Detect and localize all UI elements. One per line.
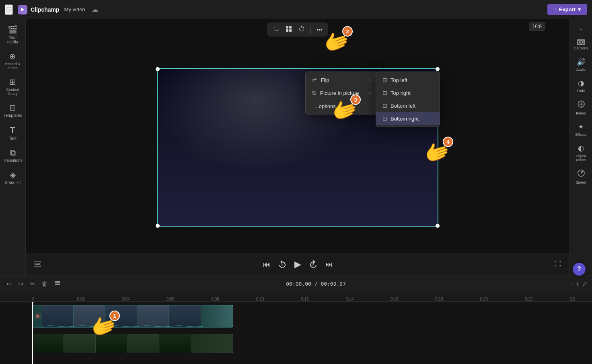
- ruler-mark-1: 0:02: [77, 297, 84, 301]
- playhead[interactable]: [32, 302, 33, 364]
- preview-area: 16:9 •••: [26, 19, 569, 276]
- video-title[interactable]: My video: [64, 6, 85, 12]
- ruler-mark-10: 0:20: [480, 297, 488, 301]
- bottom-left-icon: ⊡: [382, 102, 387, 109]
- right-item-speed[interactable]: Speed: [571, 166, 592, 188]
- player-controls: ⏮ 5 ▶ 5 ⏭: [26, 253, 569, 276]
- zoom-fit-button[interactable]: ⤢: [582, 280, 587, 288]
- sidebar-item-brand-kit[interactable]: ◈ Brand kit: [1, 168, 25, 188]
- submenu-top-right[interactable]: ⊡ Top right: [376, 86, 440, 99]
- cut-button[interactable]: ✂: [28, 278, 37, 289]
- audio-label: Audio: [576, 67, 586, 72]
- adjust-colors-label: Adjustcolors: [576, 154, 586, 162]
- skip-back-button[interactable]: ⏮: [261, 259, 272, 270]
- handle-bottom-right[interactable]: [436, 224, 440, 228]
- editor-area: 16:9 •••: [26, 19, 569, 276]
- context-pip[interactable]: ⧉ Picture in picture ›: [306, 86, 377, 100]
- more-options-button[interactable]: •••: [314, 25, 325, 35]
- transitions-icon: ⧉: [10, 149, 16, 157]
- ruler-mark-8: 0:16: [391, 297, 398, 301]
- forward-button[interactable]: 5: [308, 258, 319, 271]
- help-button[interactable]: ?: [573, 263, 586, 276]
- redo-button[interactable]: ↪: [16, 278, 25, 289]
- right-sidebar-collapse[interactable]: ‹: [580, 22, 582, 35]
- track-1-mute-icon: 🔇: [36, 315, 40, 318]
- layout-button[interactable]: [283, 24, 294, 35]
- fade-icon: ◑: [578, 79, 584, 88]
- cloud-icon: ☁: [92, 6, 98, 13]
- player-right: [553, 258, 563, 271]
- skip-forward-button[interactable]: ⏭: [324, 259, 334, 270]
- context-more-options[interactable]: ...options: [306, 100, 377, 112]
- sidebar-label-record: Record &create: [5, 62, 21, 70]
- fullscreen-button[interactable]: [553, 258, 563, 271]
- rotate-button[interactable]: [296, 24, 307, 35]
- sidebar-item-transitions[interactable]: ⧉ Transitions: [1, 145, 25, 166]
- flip-icon: ⇄: [312, 77, 317, 83]
- logo-icon: [18, 5, 27, 14]
- submenu-bottom-right[interactable]: ⊡ Bottom right: [376, 112, 440, 125]
- aspect-ratio-badge[interactable]: 16:9: [529, 22, 545, 31]
- ruler-mark-12: 0:2: [569, 297, 575, 301]
- handle-bottom-left[interactable]: [156, 224, 160, 228]
- speed-label: Speed: [576, 180, 586, 184]
- menu-button[interactable]: ☰: [5, 4, 13, 15]
- context-flip[interactable]: ⇄ Flip ›: [306, 74, 377, 86]
- context-more-options-label: ...options: [314, 103, 336, 109]
- sidebar-label-templates: Templates: [4, 113, 22, 118]
- context-menu: ⇄ Flip › ⧉ Picture in picture › ...opti: [305, 72, 378, 115]
- video-toolbar: •••: [267, 22, 328, 37]
- detach-button[interactable]: [53, 278, 62, 290]
- submenu-bottom-left[interactable]: ⊡ Bottom left: [376, 99, 440, 112]
- logo-text: Clipchamp: [31, 6, 60, 13]
- pip-chevron: ›: [369, 90, 371, 96]
- svg-marker-1: [21, 8, 24, 12]
- undo-button[interactable]: ↩: [5, 278, 13, 289]
- right-item-audio[interactable]: 🔊 Audio: [571, 54, 592, 75]
- export-button[interactable]: ↑ Export ▾: [547, 4, 587, 15]
- speed-icon: [577, 169, 585, 179]
- sidebar-item-text[interactable]: T Text: [1, 123, 25, 144]
- right-item-effects[interactable]: ✦ Effects: [571, 119, 592, 140]
- right-item-fade[interactable]: ◑ Fade: [571, 76, 592, 96]
- ruler-mark-4: 0:08: [211, 297, 219, 301]
- text-icon: T: [10, 126, 15, 135]
- handle-top-left[interactable]: [156, 67, 160, 71]
- bottom-left-label: Bottom left: [391, 103, 415, 109]
- subtitle-toggle-button[interactable]: [32, 259, 43, 270]
- ruler-mark-7: 0:14: [346, 297, 354, 301]
- ruler-mark-3: 0:06: [166, 297, 174, 301]
- crop-button[interactable]: [270, 24, 282, 35]
- right-item-adjust-colors[interactable]: ◐ Adjustcolors: [571, 141, 592, 165]
- toolbar-separator: [310, 26, 311, 34]
- sidebar-item-your-media[interactable]: 🎬 Your media: [1, 22, 25, 47]
- zoom-out-button[interactable]: −: [569, 280, 573, 288]
- track-2-clip[interactable]: [32, 334, 233, 353]
- flip-chevron: ›: [369, 77, 371, 83]
- submenu-top-left[interactable]: ⊡ Top left: [376, 74, 440, 86]
- right-item-captions[interactable]: CC Captions: [571, 36, 592, 53]
- handle-top-right[interactable]: [436, 67, 440, 71]
- export-chevron: ▾: [578, 6, 581, 12]
- export-label: Export: [559, 6, 576, 12]
- timeline: ↩ ↪ ✂ 🗑 00:00.00 / 00:09.97 − + ⤢ 0 0:02…: [0, 276, 592, 364]
- svg-rect-4: [286, 29, 288, 32]
- sidebar-item-content-library[interactable]: ⊞ Contentlibrary: [1, 75, 25, 99]
- content-library-icon: ⊞: [9, 78, 16, 86]
- delete-button[interactable]: 🗑: [40, 279, 49, 289]
- fade-label: Fade: [577, 89, 585, 93]
- sidebar-label-transitions: Transitions: [3, 158, 23, 163]
- help-icon: ?: [577, 266, 581, 273]
- pip-icon: ⧉: [312, 90, 316, 96]
- pip-submenu: ⊡ Top left ⊡ Top right ⊡ Bottom left ⊡ B…: [376, 72, 440, 127]
- right-item-filters[interactable]: Filters: [571, 97, 592, 119]
- right-sidebar: ‹ CC Captions 🔊 Audio ◑ Fade Filters ✦ E…: [569, 19, 592, 276]
- rewind-button[interactable]: 5: [277, 258, 288, 271]
- track-1-mute[interactable]: 🔇: [35, 313, 41, 319]
- sidebar-item-record-create[interactable]: ⊕ Record &create: [1, 49, 25, 73]
- sidebar-item-templates[interactable]: ⊟ Templates: [1, 100, 25, 121]
- play-button[interactable]: ▶: [293, 258, 303, 271]
- track-1-clip[interactable]: 🔇: [32, 305, 233, 327]
- zoom-in-button[interactable]: +: [576, 280, 580, 288]
- record-icon: ⊕: [9, 52, 16, 60]
